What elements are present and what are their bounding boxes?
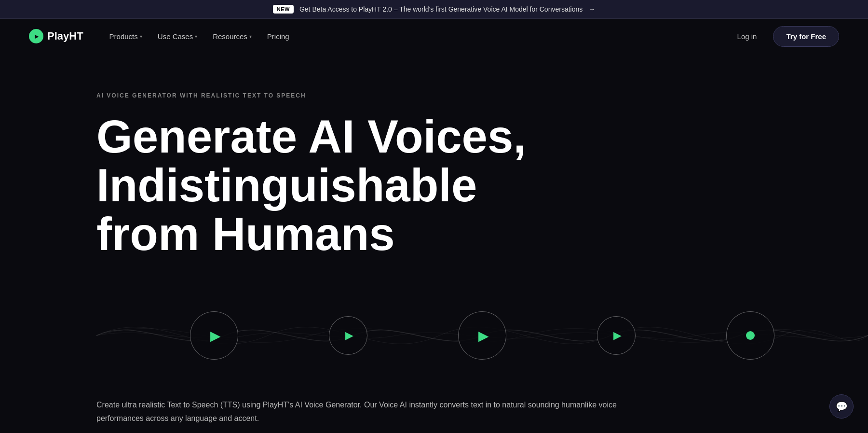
hero-title-line1: Generate AI Voices, [96, 111, 526, 162]
try-free-button[interactable]: Try for Free [773, 26, 839, 47]
login-button[interactable]: Log in [731, 28, 764, 44]
nav-item-usecases[interactable]: Use Cases ▾ [151, 28, 204, 44]
audio-player-3[interactable]: ▶ [458, 311, 506, 360]
play-icon: ▶ [613, 329, 622, 342]
chevron-down-icon: ▾ [140, 34, 142, 39]
banner-arrow: → [588, 5, 595, 13]
nav-label-pricing: Pricing [267, 32, 289, 41]
hero-section: AI VOICE GENERATOR WITH REALISTIC TEXT T… [0, 54, 868, 384]
nav-item-resources[interactable]: Resources ▾ [206, 28, 258, 44]
nav-label-products: Products [109, 32, 138, 41]
hero-title-line2: Indistinguishable from Humans [96, 159, 477, 260]
audio-player-4[interactable]: ▶ [597, 316, 636, 355]
logo-text: PlayHT [47, 30, 83, 42]
play-icon: ▶ [478, 328, 489, 344]
play-icon: ▶ [210, 328, 221, 344]
nav-links: Products ▾ Use Cases ▾ Resources ▾ Prici… [103, 28, 296, 44]
navbar: PlayHT Products ▾ Use Cases ▾ Resources … [0, 19, 868, 54]
nav-label-usecases: Use Cases [158, 32, 193, 41]
audio-player-2[interactable]: ▶ [329, 316, 367, 355]
audio-player-5[interactable] [726, 311, 774, 360]
chat-icon: 💬 [836, 401, 848, 412]
logo[interactable]: PlayHT [29, 29, 83, 43]
navbar-left: PlayHT Products ▾ Use Cases ▾ Resources … [29, 28, 296, 44]
hero-desc-text: Create ultra realistic Text to Speech (T… [96, 398, 627, 424]
nav-item-pricing[interactable]: Pricing [260, 28, 296, 44]
top-banner[interactable]: NEW Get Beta Access to PlayHT 2.0 – The … [0, 0, 868, 19]
players-row: ▶ ▶ ▶ ▶ [96, 311, 868, 360]
dot-icon [746, 331, 755, 340]
hero-description: Create ultra realistic Text to Speech (T… [0, 398, 868, 424]
nav-label-resources: Resources [213, 32, 247, 41]
navbar-right: Log in Try for Free [731, 26, 839, 47]
play-icon: ▶ [345, 329, 353, 342]
hero-eyebrow: AI VOICE GENERATOR WITH REALISTIC TEXT T… [96, 92, 868, 99]
audio-player-1[interactable]: ▶ [190, 311, 238, 360]
banner-text: Get Beta Access to PlayHT 2.0 – The worl… [299, 5, 583, 13]
hero-title: Generate AI Voices, Indistinguishable fr… [96, 112, 579, 258]
chevron-down-icon: ▾ [195, 34, 197, 39]
nav-item-products[interactable]: Products ▾ [103, 28, 149, 44]
audio-section: ▶ ▶ ▶ ▶ [96, 287, 868, 384]
chat-bubble-button[interactable]: 💬 [829, 394, 854, 419]
logo-icon [29, 29, 43, 43]
new-badge: NEW [273, 5, 294, 14]
chevron-down-icon: ▾ [249, 34, 252, 39]
